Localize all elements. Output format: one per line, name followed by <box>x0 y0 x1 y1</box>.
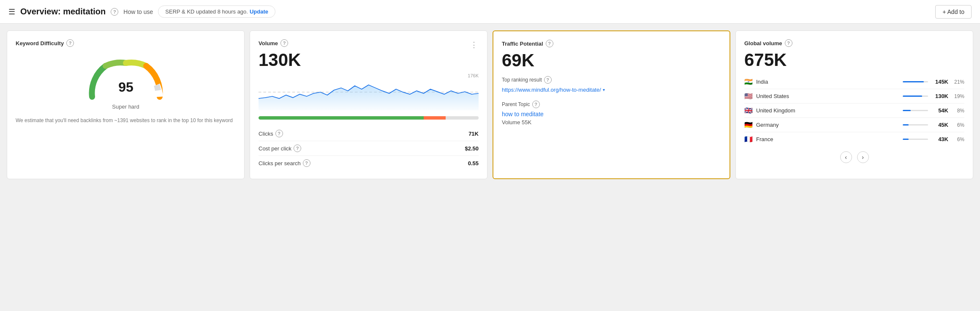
country-row: 🇬🇧 United Kingdom 54K 8% <box>744 104 964 118</box>
country-flag: 🇬🇧 <box>744 106 753 115</box>
top-ranking-label: Top ranking result ? <box>502 76 721 84</box>
cpc-row: Cost per click ? $2.50 <box>259 141 479 156</box>
volume-progress-bar <box>259 116 479 120</box>
volume-card-header: Volume ? ⋮ <box>259 39 479 50</box>
country-volume: 145K <box>931 79 948 85</box>
global-volume-label: Global volume ? <box>744 39 964 47</box>
ranking-url[interactable]: https://www.mindful.org/how-to-meditate/… <box>502 86 721 94</box>
country-name: France <box>756 136 899 142</box>
gauge-container: 95 <box>16 55 236 101</box>
cpc-help-icon[interactable]: ? <box>294 145 301 152</box>
country-flag: 🇫🇷 <box>744 135 753 143</box>
country-bar-fill <box>903 139 909 140</box>
parent-topic-section: Parent Topic ? how to meditate Volume 55… <box>502 101 721 125</box>
country-volume: 43K <box>931 136 948 142</box>
kd-help-icon[interactable]: ? <box>66 39 74 47</box>
parent-topic-label: Parent Topic ? <box>502 101 721 108</box>
country-bar-fill <box>903 81 924 82</box>
how-to-use-link[interactable]: How to use <box>123 8 153 15</box>
country-bar-track <box>903 95 928 97</box>
country-volume: 45K <box>931 122 948 128</box>
volume-metrics: Clicks ? 71K Cost per click ? $2.50 Clic… <box>259 126 479 170</box>
volume-more-menu[interactable]: ⋮ <box>470 40 479 49</box>
country-volume: 130K <box>931 93 948 99</box>
global-volume-card: Global volume ? 675K 🇮🇳 India 145K 21% 🇺… <box>735 30 973 179</box>
kd-label: Keyword Difficulty ? <box>16 39 74 47</box>
country-row: 🇮🇳 India 145K 21% <box>744 75 964 89</box>
parent-topic-help-icon[interactable]: ? <box>532 101 540 108</box>
volume-help-icon[interactable]: ? <box>280 39 288 47</box>
tp-help-icon[interactable]: ? <box>546 40 553 47</box>
keyword-difficulty-card: Keyword Difficulty ? 95 Sup <box>7 30 245 179</box>
cps-label: Clicks per search ? <box>259 159 310 167</box>
header-right: + Add to <box>935 5 972 19</box>
pagination: ‹ › <box>744 151 964 163</box>
volume-chart <box>259 73 479 111</box>
cps-row: Clicks per search ? 0.55 <box>259 156 479 170</box>
header-help-icon[interactable]: ? <box>111 8 118 16</box>
serp-status-text: SERP & KD updated 8 hours ago. <box>165 8 248 15</box>
header-left: ☰ Overview: meditation ? How to use SERP… <box>8 5 928 18</box>
main-content: Keyword Difficulty ? 95 Sup <box>0 24 980 186</box>
tp-value: 69K <box>502 51 721 70</box>
header: ☰ Overview: meditation ? How to use SERP… <box>0 0 980 24</box>
volume-card: Volume ? ⋮ 130K 176K <box>250 30 487 179</box>
parent-topic-volume: Volume 55K <box>502 119 721 125</box>
country-bar-track <box>903 110 928 111</box>
country-name: United Kingdom <box>756 107 899 114</box>
country-flag: 🇺🇸 <box>744 92 753 100</box>
next-page-button[interactable]: › <box>857 151 869 163</box>
country-volume: 54K <box>931 107 948 114</box>
clicks-help-icon[interactable]: ? <box>275 130 283 137</box>
country-bar-track <box>903 81 928 82</box>
volume-label: Volume ? <box>259 39 288 47</box>
top-ranking-help-icon[interactable]: ? <box>544 76 552 84</box>
country-row: 🇩🇪 Germany 45K 6% <box>744 118 964 132</box>
country-flag: 🇮🇳 <box>744 78 753 86</box>
global-help-icon[interactable]: ? <box>785 39 792 47</box>
country-row: 🇫🇷 France 43K 6% <box>744 132 964 146</box>
country-pct: 6% <box>952 136 964 142</box>
country-name: India <box>756 79 899 85</box>
global-volume-value: 675K <box>744 50 964 70</box>
country-list: 🇮🇳 India 145K 21% 🇺🇸 United States 130K … <box>744 75 964 146</box>
prev-page-button[interactable]: ‹ <box>840 151 852 163</box>
kd-difficulty-label: Super hard <box>16 104 236 110</box>
country-name: Germany <box>756 122 899 128</box>
chart-max-label: 176K <box>468 73 479 78</box>
country-pct: 21% <box>952 79 964 85</box>
cps-value: 0.55 <box>468 160 479 166</box>
country-name: United States <box>756 93 899 99</box>
country-pct: 8% <box>952 108 964 114</box>
cpc-value: $2.50 <box>465 145 479 152</box>
clicks-value: 71K <box>468 131 479 137</box>
clicks-row: Clicks ? 71K <box>259 126 479 141</box>
cpc-label: Cost per click ? <box>259 145 301 152</box>
add-to-button[interactable]: + Add to <box>935 5 972 19</box>
country-flag: 🇩🇪 <box>744 121 753 129</box>
page-title: Overview: meditation <box>20 7 106 16</box>
url-dropdown-icon[interactable]: ▾ <box>603 87 605 93</box>
update-link[interactable]: Update <box>250 8 268 15</box>
traffic-potential-card: Traffic Potential ? 69K Top ranking resu… <box>493 30 730 179</box>
clicks-label: Clicks ? <box>259 130 283 137</box>
country-bar-track <box>903 139 928 140</box>
country-bar-track <box>903 124 928 125</box>
country-bar-fill <box>903 124 909 125</box>
country-pct: 19% <box>952 93 964 99</box>
serp-status-badge: SERP & KD updated 8 hours ago. Update <box>158 5 275 18</box>
volume-value: 130K <box>259 50 479 70</box>
kd-description: We estimate that you'll need backlinks f… <box>16 117 233 124</box>
country-row: 🇺🇸 United States 130K 19% <box>744 89 964 104</box>
country-pct: 6% <box>952 122 964 128</box>
country-bar-fill <box>903 110 911 111</box>
parent-topic-link[interactable]: how to meditate <box>502 111 721 117</box>
svg-text:95: 95 <box>118 79 133 95</box>
volume-chart-area: 176K <box>259 73 479 111</box>
top-ranking-section: Top ranking result ? https://www.mindful… <box>502 76 721 94</box>
country-bar-fill <box>903 95 922 97</box>
tp-label: Traffic Potential ? <box>502 40 721 47</box>
hamburger-icon[interactable]: ☰ <box>8 7 15 16</box>
gauge-chart: 95 <box>84 55 168 101</box>
cps-help-icon[interactable]: ? <box>303 159 310 167</box>
